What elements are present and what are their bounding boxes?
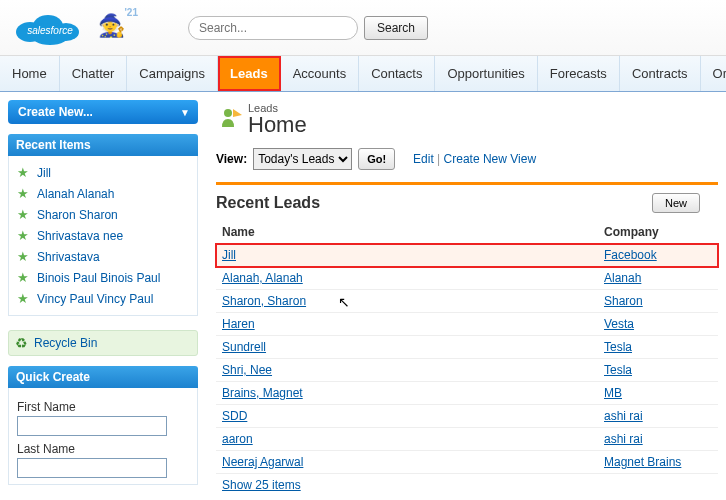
- recent-items-panel: Recent Items ★Jill★Alanah Alanah★Sharon …: [8, 134, 198, 316]
- table-row: aaronashi rai: [216, 428, 718, 451]
- lead-icon: ★: [17, 228, 31, 243]
- lead-company-link[interactable]: Vesta: [604, 317, 634, 331]
- lead-company-link[interactable]: Alanah: [604, 271, 641, 285]
- recent-item: ★Sharon Sharon: [17, 204, 189, 225]
- table-row: SDDashi rai: [216, 405, 718, 428]
- tab-contracts[interactable]: Contracts: [620, 56, 701, 91]
- lead-icon: ★: [17, 186, 31, 201]
- lead-name-link[interactable]: Alanah, Alanah: [222, 271, 303, 285]
- leads-icon: [216, 105, 244, 133]
- recent-item: ★Jill: [17, 162, 189, 183]
- sidebar: Create New... ▼ Recent Items ★Jill★Alana…: [8, 100, 198, 496]
- recent-item-link[interactable]: Alanah Alanah: [37, 187, 114, 201]
- lead-icon: ★: [17, 207, 31, 222]
- table-row: JillFacebook: [216, 244, 718, 267]
- recycle-bin-link[interactable]: Recycle Bin: [34, 336, 97, 350]
- lead-name-link[interactable]: Haren: [222, 317, 255, 331]
- lead-name-link[interactable]: SDD: [222, 409, 247, 423]
- edit-view-link[interactable]: Edit: [413, 152, 434, 166]
- table-row: Sharon, SharonSharon: [216, 290, 718, 313]
- svg-point-5: [224, 109, 232, 117]
- recent-item: ★Shrivastava: [17, 246, 189, 267]
- lead-name-link[interactable]: Sundrell: [222, 340, 266, 354]
- topbar: salesforce 🧙'21 Search: [0, 0, 726, 56]
- tab-opportunities[interactable]: Opportunities: [435, 56, 537, 91]
- quick-create-header: Quick Create: [8, 366, 198, 388]
- recent-item: ★Binois Paul Binois Paul: [17, 267, 189, 288]
- lead-company-link[interactable]: Tesla: [604, 340, 632, 354]
- table-row: SundrellTesla: [216, 336, 718, 359]
- lead-company-link[interactable]: Facebook: [604, 248, 657, 262]
- recent-item-link[interactable]: Shrivastava nee: [37, 229, 123, 243]
- lead-icon: ★: [17, 249, 31, 264]
- lead-icon: ★: [17, 291, 31, 306]
- tab-chatter[interactable]: Chatter: [60, 56, 128, 91]
- tab-accounts[interactable]: Accounts: [281, 56, 359, 91]
- leads-table: Name Company JillFacebookAlanah, AlanahA…: [216, 221, 718, 474]
- recent-item: ★Shrivastava nee: [17, 225, 189, 246]
- recent-item-link[interactable]: Jill: [37, 166, 51, 180]
- recycle-bin[interactable]: ♻ Recycle Bin: [8, 330, 198, 356]
- mascot-icon: 🧙'21: [98, 13, 128, 43]
- col-name: Name: [216, 221, 598, 244]
- table-row: Alanah, AlanahAlanah: [216, 267, 718, 290]
- col-company: Company: [598, 221, 718, 244]
- recent-items-header: Recent Items: [8, 134, 198, 156]
- svg-marker-6: [233, 109, 242, 117]
- search-button[interactable]: Search: [364, 16, 428, 40]
- svg-text:salesforce: salesforce: [27, 25, 73, 36]
- lead-name-link[interactable]: Brains, Magnet: [222, 386, 303, 400]
- tab-home[interactable]: Home: [0, 56, 60, 91]
- lead-company-link[interactable]: ashi rai: [604, 409, 643, 423]
- last-name-input[interactable]: [17, 458, 167, 478]
- lead-name-link[interactable]: Neeraj Agarwal: [222, 455, 303, 469]
- table-row: Neeraj AgarwalMagnet Brains: [216, 451, 718, 474]
- lead-name-link[interactable]: aaron: [222, 432, 253, 446]
- tab-leads[interactable]: Leads: [218, 56, 281, 91]
- recycle-icon: ♻: [15, 335, 28, 351]
- create-new-button[interactable]: Create New... ▼: [8, 100, 198, 124]
- tab-contacts[interactable]: Contacts: [359, 56, 435, 91]
- recent-item-link[interactable]: Sharon Sharon: [37, 208, 118, 222]
- page-title: Home: [248, 114, 307, 136]
- lead-company-link[interactable]: ashi rai: [604, 432, 643, 446]
- table-row: Shri, NeeTesla: [216, 359, 718, 382]
- tab-forecasts[interactable]: Forecasts: [538, 56, 620, 91]
- lead-company-link[interactable]: MB: [604, 386, 622, 400]
- table-row: HarenVesta: [216, 313, 718, 336]
- first-name-input[interactable]: [17, 416, 167, 436]
- chevron-down-icon: ▼: [180, 107, 190, 118]
- create-new-view-link[interactable]: Create New View: [444, 152, 536, 166]
- lead-name-link[interactable]: Sharon, Sharon: [222, 294, 306, 308]
- recent-item: ★Alanah Alanah: [17, 183, 189, 204]
- show-more-link[interactable]: Show 25 items: [222, 478, 301, 492]
- recent-item-link[interactable]: Shrivastava: [37, 250, 100, 264]
- lead-company-link[interactable]: Tesla: [604, 363, 632, 377]
- table-row: Brains, MagnetMB: [216, 382, 718, 405]
- nav-tabs: HomeChatterCampaignsLeadsAccountsContact…: [0, 56, 726, 92]
- lead-name-link[interactable]: Jill: [222, 248, 236, 262]
- recent-item: ★Vincy Paul Vincy Paul: [17, 288, 189, 309]
- search-input[interactable]: [188, 16, 358, 40]
- recent-item-link[interactable]: Vincy Paul Vincy Paul: [37, 292, 153, 306]
- lead-name-link[interactable]: Shri, Nee: [222, 363, 272, 377]
- view-select[interactable]: Today's Leads: [253, 148, 352, 170]
- salesforce-logo: salesforce: [10, 8, 90, 48]
- lead-icon: ★: [17, 270, 31, 285]
- first-name-label: First Name: [17, 400, 189, 414]
- view-label: View:: [216, 152, 247, 166]
- lead-company-link[interactable]: Sharon: [604, 294, 643, 308]
- lead-company-link[interactable]: Magnet Brains: [604, 455, 681, 469]
- recent-leads-title: Recent Leads: [216, 194, 320, 212]
- new-lead-button[interactable]: New: [652, 193, 700, 213]
- last-name-label: Last Name: [17, 442, 189, 456]
- tab-orders[interactable]: Orders: [701, 56, 726, 91]
- main-content: Leads Home View: Today's Leads Go! Edit …: [198, 100, 718, 496]
- quick-create-panel: Quick Create First Name Last Name: [8, 366, 198, 485]
- go-button[interactable]: Go!: [358, 148, 395, 170]
- recent-item-link[interactable]: Binois Paul Binois Paul: [37, 271, 160, 285]
- tab-campaigns[interactable]: Campaigns: [127, 56, 218, 91]
- lead-icon: ★: [17, 165, 31, 180]
